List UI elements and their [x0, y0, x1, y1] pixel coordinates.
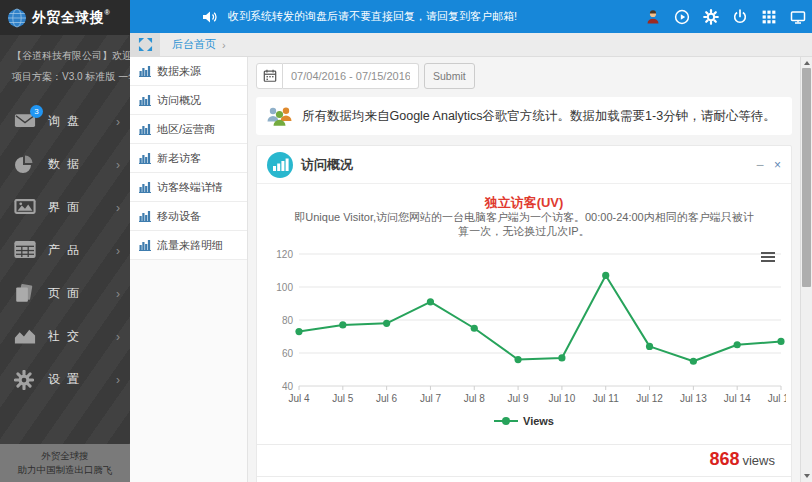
- sidebar-item-pages[interactable]: 页面 ›: [0, 272, 130, 315]
- scrollbar-thumb[interactable]: [802, 68, 811, 287]
- globe-logo-icon: [7, 8, 27, 28]
- submenu-item-traffic-sources[interactable]: 流量来路明细: [130, 231, 247, 260]
- bar-chart-icon: [139, 181, 151, 193]
- submenu-item-data-source[interactable]: 数据来源: [130, 57, 247, 86]
- submenu-label: 地区/运营商: [157, 122, 215, 137]
- bar-chart-icon: [139, 94, 151, 106]
- app-window: 外贸全球搜® 【谷道科技有限公司】欢迎您! 项目方案：V3.0 标准版 一年 3…: [0, 0, 812, 482]
- sidebar-item-interface[interactable]: 界面 ›: [0, 186, 130, 229]
- sidebar-item-social[interactable]: 社交 ›: [0, 315, 130, 358]
- bar-chart-icon: [139, 123, 151, 135]
- close-icon[interactable]: ×: [774, 160, 781, 170]
- submenu-label: 新老访客: [157, 151, 201, 166]
- views-count: 868: [709, 449, 739, 469]
- svg-text:40: 40: [282, 381, 294, 392]
- table-grid-icon: [14, 241, 38, 261]
- footer-brand: 外贸全球搜: [0, 449, 130, 463]
- sidebar-item-settings[interactable]: 设置 ›: [0, 358, 130, 401]
- bar-chart-icon: [139, 152, 151, 164]
- sidebar-item-data[interactable]: 数据 ›: [0, 143, 130, 186]
- submenu-item-visitor-terminal[interactable]: 访客终端详情: [130, 173, 247, 202]
- bar-chart-icon: [139, 239, 151, 251]
- breadcrumb-home[interactable]: 后台首页: [172, 37, 216, 52]
- submenu-label: 数据来源: [157, 64, 201, 79]
- submenu-label: 流量来路明细: [157, 238, 223, 253]
- chevron-right-icon: ›: [116, 373, 120, 387]
- date-toolbar: Submit: [256, 63, 475, 89]
- views-stat: 868views: [709, 449, 775, 470]
- sidebar-item-products[interactable]: 产品 ›: [0, 229, 130, 272]
- svg-text:Jul 8: Jul 8: [464, 393, 486, 404]
- date-range-input[interactable]: [283, 63, 419, 89]
- legend-marker-icon: [494, 416, 518, 426]
- calendar-button[interactable]: [256, 63, 283, 89]
- sidebar-item-label: 社交: [48, 328, 116, 345]
- svg-text:Jul 15: Jul 15: [768, 393, 786, 404]
- submit-button[interactable]: Submit: [424, 63, 475, 89]
- speaker-icon: [202, 9, 218, 25]
- system-notice: 收到系统转发的询盘后请不要直接回复，请回复到客户邮箱!: [228, 9, 517, 24]
- submenu-label: 访客终端详情: [157, 180, 223, 195]
- sidebar-footer: 外贸全球搜 助力中国制造出口腾飞: [0, 444, 130, 482]
- sidebar-item-label: 产品: [48, 242, 116, 259]
- sidebar-item-label: 询盘: [48, 113, 116, 130]
- svg-text:Jul 4: Jul 4: [288, 393, 310, 404]
- legend-label: Views: [523, 415, 554, 427]
- apps-grid-icon[interactable]: [761, 9, 777, 25]
- svg-text:Jul 5: Jul 5: [332, 393, 354, 404]
- submenu-item-new-old-visitors[interactable]: 新老访客: [130, 144, 247, 173]
- power-icon[interactable]: [732, 9, 748, 25]
- submenu-item-mobile-devices[interactable]: 移动设备: [130, 202, 247, 231]
- views-unit: views: [742, 453, 775, 468]
- scroll-down-icon[interactable]: [804, 474, 810, 478]
- analytics-notice: 所有数据均来自Google Analytics谷歌官方统计。数据加载需要1-3分…: [256, 97, 792, 135]
- submenu-label: 移动设备: [157, 209, 201, 224]
- monitor-icon[interactable]: [790, 9, 806, 25]
- expand-button[interactable]: [130, 33, 160, 57]
- vertical-scrollbar[interactable]: [800, 57, 812, 482]
- topbar: 收到系统转发的询盘后请不要直接回复，请回复到客户邮箱!: [130, 0, 812, 33]
- svg-text:Jul 7: Jul 7: [420, 393, 442, 404]
- sidebar-item-label: 界面: [48, 199, 116, 216]
- gear-icon[interactable]: [703, 9, 719, 25]
- svg-text:Jul 6: Jul 6: [376, 393, 398, 404]
- submenu-item-region-carrier[interactable]: 地区/运营商: [130, 115, 247, 144]
- welcome-line: 【谷道科技有限公司】欢迎您!: [12, 45, 130, 66]
- people-group-icon: [266, 106, 294, 126]
- sidebar-nav: 3 询盘 › 数据 ›: [0, 100, 130, 401]
- submenu-item-visit-overview[interactable]: 访问概况: [130, 86, 247, 115]
- panel-divider: [257, 444, 791, 445]
- minimize-icon[interactable]: −: [756, 160, 764, 170]
- footer-slogan: 助力中国制造出口腾飞: [0, 463, 130, 477]
- expand-icon: [138, 37, 153, 52]
- panel-divider: [257, 476, 791, 477]
- svg-text:Jul 11: Jul 11: [593, 393, 619, 404]
- sidebar-item-label: 设置: [48, 371, 116, 388]
- account-info: 【谷道科技有限公司】欢迎您! 项目方案：V3.0 标准版 一年: [0, 35, 130, 93]
- chart-subtitle-line1: 即Unique Visitor,访问您网站的一台电脑客户端为一个访客。00:00…: [257, 210, 791, 225]
- analytics-notice-text: 所有数据均来自Google Analytics谷歌官方统计。数据加载需要1-3分…: [302, 108, 776, 125]
- main-content: Submit 所有数据均来自Google Analytics谷歌官方统计。数据加…: [248, 57, 800, 482]
- chart-menu-icon[interactable]: [761, 252, 775, 263]
- logo: 外贸全球搜®: [0, 0, 130, 35]
- chart-legend[interactable]: Views: [257, 415, 791, 427]
- chevron-right-icon: ›: [116, 201, 120, 215]
- submenu: 数据来源 访问概况 地区/运营商 新老访客 访客终端详情 移动设备 流量来路明细: [130, 57, 248, 482]
- svg-text:100: 100: [276, 282, 293, 293]
- play-circle-icon[interactable]: [674, 9, 690, 25]
- pages-icon: [14, 284, 38, 304]
- svg-text:Jul 13: Jul 13: [680, 393, 707, 404]
- sidebar: 外贸全球搜® 【谷道科技有限公司】欢迎您! 项目方案：V3.0 标准版 一年 3…: [0, 0, 130, 482]
- scroll-up-icon[interactable]: [804, 61, 810, 65]
- svg-text:80: 80: [282, 315, 294, 326]
- svg-text:Jul 12: Jul 12: [636, 393, 663, 404]
- sidebar-item-inquiry[interactable]: 3 询盘 ›: [0, 100, 130, 143]
- avatar[interactable]: [645, 9, 661, 25]
- chevron-right-icon: ›: [116, 115, 120, 129]
- bar-chart-icon: [139, 210, 151, 222]
- panel-header: 访问概况 − ×: [257, 146, 791, 184]
- calendar-icon: [263, 69, 277, 83]
- svg-text:Jul 9: Jul 9: [508, 393, 530, 404]
- area-chart-icon: [14, 327, 38, 347]
- panel-title: 访问概况: [301, 156, 353, 174]
